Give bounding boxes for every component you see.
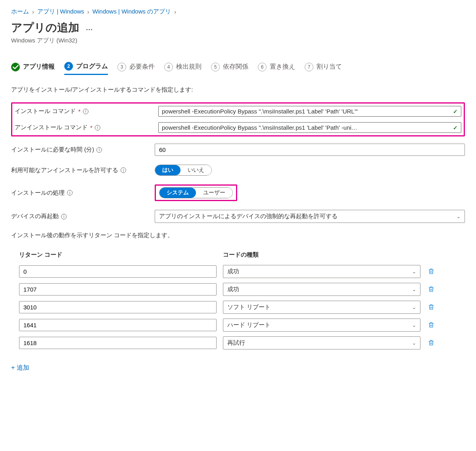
install-time-input[interactable] — [155, 144, 465, 156]
return-code-input[interactable] — [19, 301, 217, 313]
tab-program[interactable]: 2 プログラム — [64, 62, 108, 75]
toggle-user[interactable]: ユーザー — [196, 188, 232, 198]
tab-label: 依存関係 — [223, 63, 248, 71]
page-title-text: アプリの追加 — [11, 20, 79, 35]
chevron-down-icon: ⌄ — [412, 340, 416, 346]
check-icon: ✓ — [453, 108, 458, 115]
table-row: ハード リブート⌄ — [19, 319, 465, 332]
chevron-down-icon: ⌄ — [412, 287, 416, 292]
tab-assignments[interactable]: 7 割り当て — [305, 63, 342, 75]
install-behavior-toggle: システム ユーザー — [159, 187, 233, 198]
step-number-icon: 5 — [211, 63, 220, 71]
code-type-select[interactable]: ソフト リブート⌄ — [223, 301, 420, 314]
allow-uninstall-label: 利用可能なアンインストールを許可する i — [11, 167, 155, 174]
return-codes-intro: インストール後の動作を示すリターン コードを指定します。 — [11, 232, 465, 239]
wizard-tabs: アプリ情報 2 プログラム 3 必要条件 4 検出規則 5 依存関係 6 置き換… — [11, 62, 465, 75]
delete-button[interactable] — [427, 267, 436, 276]
toggle-system[interactable]: システム — [159, 188, 196, 198]
check-icon — [11, 63, 20, 71]
add-return-code-link[interactable]: + 追加 — [11, 364, 29, 372]
table-row: 成功⌄ — [19, 265, 465, 278]
tab-requirements[interactable]: 3 必要条件 — [117, 63, 155, 75]
highlighted-commands: インストール コマンド * i powershell -ExecutionPol… — [11, 102, 465, 136]
tab-label: 置き換え — [270, 63, 295, 71]
info-icon[interactable]: i — [61, 214, 67, 219]
delete-button[interactable] — [427, 320, 436, 329]
toggle-no[interactable]: いいえ — [180, 165, 211, 175]
code-type-select[interactable]: 再試行⌄ — [223, 336, 420, 349]
delete-button[interactable] — [427, 303, 436, 311]
chevron-down-icon: ⌄ — [412, 322, 416, 328]
tab-label: アプリ情報 — [23, 63, 55, 71]
toggle-yes[interactable]: はい — [155, 165, 180, 175]
tab-app-info[interactable]: アプリ情報 — [11, 63, 55, 75]
return-codes-table: リターン コード コードの種類 成功⌄ 成功⌄ ソフト リブート⌄ — [19, 248, 465, 349]
info-icon[interactable]: i — [95, 125, 100, 131]
chevron-right-icon: › — [32, 8, 34, 15]
device-restart-select[interactable]: アプリのインストールによるデバイスの強制的な再起動を許可する ⌄ — [155, 210, 465, 223]
return-code-input[interactable] — [19, 319, 217, 331]
breadcrumb-windows-apps[interactable]: Windows | Windows のアプリ — [92, 8, 171, 15]
return-code-input[interactable] — [19, 265, 217, 278]
chevron-right-icon: › — [174, 8, 176, 15]
page-subtitle: Windows アプリ (Win32) — [11, 37, 465, 44]
info-icon[interactable]: i — [96, 147, 102, 153]
chevron-down-icon: ⌄ — [412, 305, 416, 310]
return-code-input[interactable] — [19, 283, 217, 296]
delete-button[interactable] — [427, 285, 436, 294]
uninstall-command-label: アンインストール コマンド * i — [15, 124, 158, 131]
required-asterisk: * — [90, 124, 92, 131]
uninstall-command-input[interactable]: powershell -ExecutionPolicy Bypass ".\ms… — [158, 122, 461, 133]
delete-button[interactable] — [427, 338, 436, 347]
tab-label: 割り当て — [317, 63, 342, 71]
step-number-icon: 2 — [64, 62, 73, 71]
tab-supersedence[interactable]: 6 置き換え — [258, 63, 295, 75]
install-command-input[interactable]: powershell -ExecutionPolicy Bypass ".\ms… — [158, 106, 461, 117]
breadcrumb: ホーム › アプリ | Windows › Windows | Windows … — [11, 8, 465, 15]
tab-label: プログラム — [76, 62, 108, 71]
info-icon[interactable]: i — [121, 167, 126, 173]
tab-dependencies[interactable]: 5 依存関係 — [211, 63, 248, 75]
return-code-input[interactable] — [19, 337, 217, 349]
info-icon[interactable]: i — [67, 190, 73, 196]
col-header-type: コードの種類 — [223, 251, 420, 259]
section-intro: アプリをインストール/アンインストールするコマンドを指定します: — [11, 86, 465, 94]
page-title: アプリの追加 … — [11, 20, 465, 35]
more-menu-icon[interactable]: … — [86, 24, 94, 32]
step-number-icon: 4 — [164, 63, 173, 71]
device-restart-label: デバイスの再起動 i — [11, 213, 155, 220]
tab-label: 必要条件 — [129, 63, 155, 71]
step-number-icon: 7 — [305, 63, 313, 71]
code-type-select[interactable]: 成功⌄ — [223, 283, 420, 296]
code-type-select[interactable]: ハード リブート⌄ — [223, 319, 420, 332]
table-row: ソフト リブート⌄ — [19, 301, 465, 314]
info-icon[interactable]: i — [83, 109, 88, 114]
allow-uninstall-toggle: はい いいえ — [155, 165, 212, 176]
chevron-down-icon: ⌄ — [457, 214, 461, 219]
install-behavior-label: インストールの処理 i — [11, 189, 155, 197]
highlighted-install-behavior: システム ユーザー — [155, 184, 237, 201]
check-icon: ✓ — [453, 125, 458, 131]
table-row: 成功⌄ — [19, 283, 465, 296]
required-asterisk: * — [78, 108, 81, 115]
breadcrumb-home[interactable]: ホーム — [11, 8, 29, 15]
install-command-label: インストール コマンド * i — [15, 107, 158, 115]
chevron-down-icon: ⌄ — [412, 269, 416, 274]
col-header-code: リターン コード — [19, 251, 217, 259]
tab-detection[interactable]: 4 検出規則 — [164, 63, 202, 75]
install-time-label: インストールに必要な時間 (分) i — [11, 146, 155, 154]
step-number-icon: 3 — [117, 63, 126, 71]
breadcrumb-apps-windows[interactable]: アプリ | Windows — [37, 8, 84, 15]
code-type-select[interactable]: 成功⌄ — [223, 265, 420, 278]
table-row: 再試行⌄ — [19, 336, 465, 349]
chevron-right-icon: › — [87, 8, 89, 15]
tab-label: 検出規則 — [176, 63, 202, 71]
step-number-icon: 6 — [258, 63, 267, 71]
